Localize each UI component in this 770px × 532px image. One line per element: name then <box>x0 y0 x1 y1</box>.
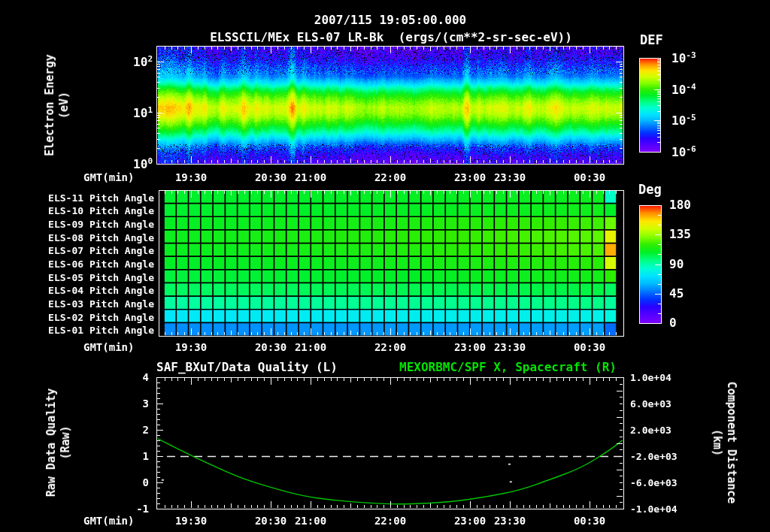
pitch-row-label: ELS-11 Pitch Angle <box>48 193 154 203</box>
time-tick-label-middle: 21:00 <box>295 342 326 352</box>
time-tick-label-bottom: 19:30 <box>175 515 207 526</box>
pitch-row-label: ELS-08 Pitch Angle <box>48 233 154 243</box>
raw-quality-tick-label: 4 <box>143 372 149 382</box>
time-tick-label-bottom: 23:00 <box>454 515 486 526</box>
time-tick-label-bottom: 21:00 <box>295 515 326 526</box>
time-tick-label-middle: 22:00 <box>374 342 406 352</box>
pitch-row-label: ELS-05 Pitch Angle <box>48 273 154 283</box>
bottom-left-series-title: SAF_BXuT/Data Quality (L) <box>156 361 338 373</box>
def-colorbar-tick-label: 10-6 <box>671 145 696 159</box>
distance-tick-label: 6.0e+03 <box>630 399 671 409</box>
raw-quality-tick-label: -1 <box>136 503 149 514</box>
raw-quality-tick-label: 1 <box>143 451 149 461</box>
raw-quality-label-line2: (Raw) <box>59 425 72 459</box>
gmt-axis-label-top: GMT(min) <box>83 172 134 183</box>
time-tick-label-top: 00:30 <box>574 172 605 183</box>
pitch-row-label: ELS-07 Pitch Angle <box>48 246 154 255</box>
pitch-row-label: ELS-10 Pitch Angle <box>48 206 154 216</box>
distance-tick-label: -2.0e+03 <box>630 452 678 461</box>
time-tick-label-middle: 23:30 <box>494 342 526 352</box>
time-tick-label-middle: 20:30 <box>255 342 286 352</box>
time-tick-label-top: 20:30 <box>255 172 286 183</box>
time-tick-label-middle: 23:00 <box>454 342 486 352</box>
deg-colorbar-tick-label: 90 <box>669 258 684 271</box>
deg-colorbar-tick-label: 135 <box>669 228 691 240</box>
raw-quality-tick-label: 2 <box>143 425 149 435</box>
time-tick-label-middle: 00:30 <box>574 342 605 352</box>
component-distance-label-line1: Component Distance <box>725 382 738 504</box>
distance-tick-label: -6.0e+03 <box>630 478 678 488</box>
pitch-row-label: ELS-04 Pitch Angle <box>48 286 154 295</box>
pitch-row-label: ELS-06 Pitch Angle <box>48 259 154 269</box>
time-tick-label-top: 21:00 <box>295 172 326 183</box>
distance-tick-label: 1.0e+04 <box>630 373 671 382</box>
pitch-row-label: ELS-02 Pitch Angle <box>48 313 154 322</box>
header-instrument-title: ELSSCIL/MEx ELS-07 LR-Bk (ergs/(cm**2-sr… <box>210 32 572 44</box>
deg-colorbar-title: Deg <box>638 183 662 196</box>
spectrogram-y-axis-label-line2: (eV) <box>57 92 71 119</box>
deg-colorbar-tick-label: 180 <box>669 199 691 211</box>
spectrogram-y-axis-label-line1: Electron Energy <box>43 54 56 156</box>
header-datetime: 2007/115 19:05:00.000 <box>314 14 466 26</box>
els-science-display: 2007/115 19:05:00.000 ELSSCIL/MEx ELS-07… <box>0 0 770 532</box>
raw-quality-label-line1: Raw Data Quality <box>44 388 58 497</box>
pitch-row-label: ELS-09 Pitch Angle <box>48 219 154 229</box>
def-colorbar-title: DEF <box>640 34 663 47</box>
component-distance-y-axis-label: Component Distance(km) <box>710 382 738 504</box>
distance-tick-label: -1.0e+04 <box>630 504 678 514</box>
spectrogram-ytick-label: 100 <box>133 157 153 171</box>
time-tick-label-bottom: 23:30 <box>494 515 526 526</box>
distance-tick-label: 2.0e+03 <box>630 425 671 435</box>
def-colorbar-tick-label: 10-5 <box>671 113 696 127</box>
def-colorbar-tick-label: 10-4 <box>671 83 696 96</box>
spectrogram-ytick-label: 101 <box>133 106 153 119</box>
time-tick-label-top: 23:00 <box>454 172 486 183</box>
gmt-axis-label-middle: GMT(min) <box>83 342 134 352</box>
bottom-right-series-title: MEXORBMC/SPF X, Spacecraft (R) <box>399 361 617 373</box>
pitch-row-label: ELS-03 Pitch Angle <box>48 299 154 309</box>
time-tick-label-bottom: 22:00 <box>374 515 406 526</box>
time-tick-label-top: 19:30 <box>175 172 207 183</box>
time-tick-label-middle: 19:30 <box>175 342 207 352</box>
component-distance-label-line2: (km) <box>711 429 724 456</box>
gmt-axis-label-bottom: GMT(min) <box>83 515 134 526</box>
raw-quality-tick-label: 3 <box>143 398 149 409</box>
deg-colorbar-tick-label: 45 <box>669 288 684 300</box>
spectrogram-y-axis-label: Electron Energy(eV) <box>43 54 71 156</box>
time-tick-label-top: 22:00 <box>374 172 406 183</box>
deg-colorbar-tick-label: 0 <box>669 317 677 329</box>
raw-quality-tick-label: 0 <box>143 477 149 488</box>
spectrogram-ytick-label: 102 <box>133 55 153 68</box>
time-tick-label-bottom: 00:30 <box>574 515 605 526</box>
def-colorbar-tick-label: 10-3 <box>671 51 696 65</box>
pitch-row-label: ELS-01 Pitch Angle <box>48 325 154 335</box>
time-tick-label-top: 23:30 <box>494 172 526 183</box>
time-tick-label-bottom: 20:30 <box>255 515 286 526</box>
raw-quality-y-axis-label: Raw Data Quality(Raw) <box>44 388 73 497</box>
